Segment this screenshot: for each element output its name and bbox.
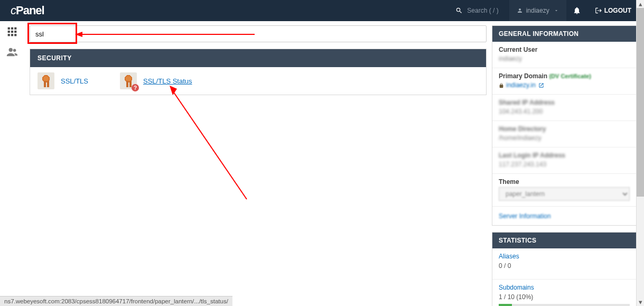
- svg-rect-3: [8, 31, 10, 33]
- svg-line-13: [173, 91, 247, 199]
- right-sidebar: GENERAL INFORMATION Current User indiaez…: [492, 21, 644, 306]
- bell-icon: [573, 6, 581, 15]
- cpanel-logo: cPanel: [11, 4, 44, 17]
- feature-search-input[interactable]: [30, 25, 487, 42]
- top-navbar: cPanel Search ( / ) indiaezy LOGOUT: [0, 0, 644, 21]
- ssl-tls-status-link[interactable]: SSL/TLS Status: [143, 77, 192, 85]
- statistics-header: STATISTICS: [492, 233, 636, 248]
- svg-point-10: [13, 49, 16, 52]
- scroll-down-button[interactable]: ▾: [637, 298, 644, 306]
- shared-ip-label: Shared IP Address: [499, 99, 630, 106]
- ssl-tls-link[interactable]: SSL/TLS: [61, 77, 88, 85]
- question-badge-icon: ?: [132, 84, 139, 91]
- svg-rect-2: [14, 27, 16, 30]
- theme-select[interactable]: paper_lantern: [499, 187, 630, 201]
- annotation-arrow-to-status: [167, 86, 252, 202]
- vertical-scrollbar[interactable]: ▴ ▾: [636, 0, 644, 306]
- current-user-value: indiaezy: [499, 55, 630, 62]
- svg-rect-6: [8, 34, 10, 36]
- last-login-label: Last Login IP Address: [499, 152, 630, 159]
- notifications-button[interactable]: [566, 0, 587, 21]
- statistics-panel: STATISTICS Aliases 0 / 0 Subdomains 1 / …: [492, 232, 637, 306]
- aliases-label[interactable]: Aliases: [499, 253, 630, 260]
- apps-grid-icon[interactable]: [7, 26, 17, 39]
- search-icon: [455, 7, 463, 14]
- browser-status-bar: ns7.webeyesoft.com:2083/cpsess8180964717…: [0, 296, 232, 306]
- topbar-search[interactable]: Search ( / ): [455, 7, 498, 14]
- logout-button[interactable]: LOGOUT: [587, 0, 639, 21]
- server-information-link[interactable]: Server Information: [499, 212, 551, 220]
- svg-rect-4: [11, 31, 13, 33]
- left-rail: [0, 21, 24, 306]
- subdomains-progress: [499, 304, 630, 306]
- topbar-search-placeholder: Search ( / ): [467, 7, 498, 14]
- certificate-status-icon: ?: [120, 72, 137, 89]
- group-header[interactable]: SECURITY: [30, 49, 486, 67]
- primary-domain-link[interactable]: indiaezy.in: [506, 81, 536, 89]
- user-icon: [517, 7, 523, 14]
- svg-point-9: [9, 48, 13, 52]
- svg-rect-1: [11, 27, 13, 30]
- svg-rect-8: [14, 34, 16, 36]
- svg-rect-7: [11, 34, 13, 36]
- ssl-tls-item[interactable]: SSL/TLS: [38, 72, 88, 89]
- scroll-thumb[interactable]: [637, 8, 644, 197]
- shared-ip-value: 104.243.41.200: [499, 108, 630, 115]
- external-link-icon: [538, 82, 544, 88]
- user-menu[interactable]: indiaezy: [509, 0, 566, 21]
- user-manager-icon[interactable]: [6, 46, 18, 59]
- logout-label: LOGOUT: [604, 7, 631, 14]
- logout-icon: [595, 7, 602, 14]
- username-text: indiaezy: [526, 7, 549, 14]
- general-info-header: GENERAL INFORMATION: [492, 26, 636, 42]
- main-content: SECURITY SSL/TLS ? SSL/TLS Status: [24, 21, 492, 306]
- lock-icon: [499, 83, 504, 88]
- scroll-up-button[interactable]: ▴: [637, 0, 644, 8]
- primary-domain-label: Primary Domain (DV Certificate): [499, 72, 630, 80]
- security-group: SECURITY SSL/TLS ? SSL/TLS Status: [30, 49, 487, 95]
- subdomains-label[interactable]: Subdomains: [499, 284, 630, 291]
- certificate-icon: [38, 72, 54, 89]
- scroll-track[interactable]: [637, 8, 644, 298]
- home-dir-label: Home Directory: [499, 125, 630, 133]
- last-login-value: 117.237.243.143: [499, 161, 630, 168]
- svg-rect-5: [14, 31, 16, 33]
- subdomains-value: 1 / 10 (10%): [499, 293, 630, 301]
- chevron-down-icon: [554, 8, 559, 13]
- general-info-panel: GENERAL INFORMATION Current User indiaez…: [492, 25, 637, 226]
- primary-domain-value: indiaezy.in: [499, 81, 630, 89]
- home-dir-value: /home/indiaezy: [499, 134, 630, 142]
- theme-label: Theme: [499, 178, 630, 186]
- ssl-tls-status-item[interactable]: ? SSL/TLS Status: [120, 72, 192, 89]
- svg-rect-0: [8, 27, 10, 30]
- current-user-label: Current User: [499, 46, 630, 53]
- aliases-value: 0 / 0: [499, 262, 630, 270]
